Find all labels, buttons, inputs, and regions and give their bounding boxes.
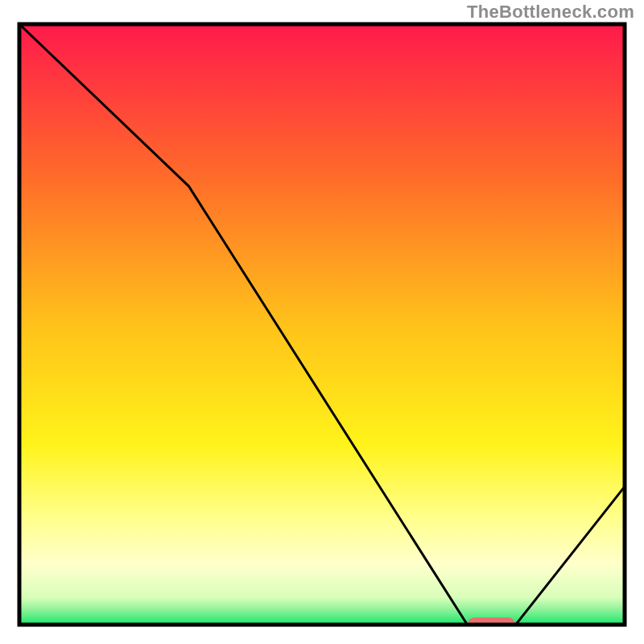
chart-container: TheBottleneck.com [0, 0, 644, 644]
bottleneck-chart [0, 0, 644, 644]
attribution-text: TheBottleneck.com [467, 2, 634, 23]
plot-background [19, 24, 625, 625]
